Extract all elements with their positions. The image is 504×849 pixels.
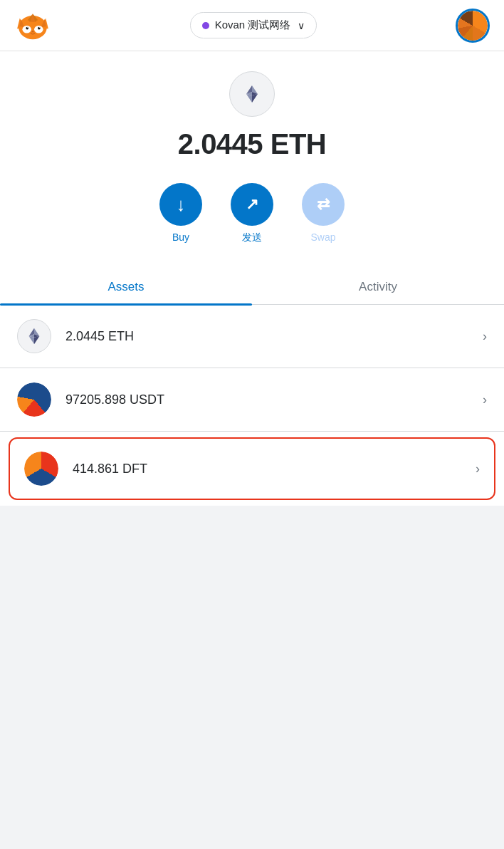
account-avatar[interactable]	[456, 9, 490, 43]
buy-button-circle[interactable]: ↓	[159, 183, 202, 226]
avatar-colorful	[458, 11, 488, 41]
eth-asset-name: 2.0445 ETH	[65, 329, 483, 344]
dft-chevron-icon: ›	[476, 462, 480, 476]
asset-row-dft[interactable]: 414.861 DFT ›	[9, 437, 495, 500]
svg-marker-21	[252, 94, 258, 103]
main-content: 2.0445 ETH ↓ Buy ↗ 发送 ⇄ Swap Assets Acti…	[0, 51, 504, 506]
eth-small-diamond	[25, 327, 43, 345]
eth-token-icon	[229, 71, 275, 117]
dft-color-icon	[24, 452, 58, 486]
eth-asset-icon	[17, 319, 51, 353]
svg-point-10	[38, 26, 41, 29]
svg-marker-22	[246, 94, 252, 103]
tab-activity[interactable]: Activity	[252, 270, 504, 304]
chevron-down-icon: ∨	[298, 20, 305, 31]
swap-icon: ⇄	[317, 195, 330, 214]
tab-assets[interactable]: Assets	[0, 270, 252, 304]
send-action[interactable]: ↗ 发送	[231, 183, 273, 244]
buy-action[interactable]: ↓ Buy	[159, 183, 202, 243]
wallet-balance: 2.0445 ETH	[178, 128, 326, 160]
svg-marker-27	[34, 336, 39, 344]
usdt-asset-name: 97205.898 USDT	[65, 392, 483, 407]
dft-asset-name: 414.861 DFT	[73, 462, 476, 476]
svg-point-12	[39, 27, 40, 28]
tabs-row: Assets Activity	[0, 270, 504, 305]
swap-button-circle[interactable]: ⇄	[302, 183, 345, 226]
svg-marker-28	[29, 336, 34, 344]
app-header: Kovan 测试网络 ∨	[0, 0, 504, 51]
swap-label: Swap	[310, 231, 335, 243]
usdt-asset-icon	[17, 382, 51, 417]
asset-row-eth[interactable]: 2.0445 ETH ›	[0, 305, 504, 368]
svg-point-11	[27, 27, 28, 28]
buy-label: Buy	[172, 231, 189, 243]
send-label: 发送	[242, 231, 262, 244]
network-name-label: Kovan 测试网络	[215, 19, 291, 32]
network-status-dot	[202, 22, 209, 29]
swap-action[interactable]: ⇄ Swap	[302, 183, 345, 243]
usdt-color-icon	[17, 382, 51, 417]
assets-list: 2.0445 ETH › 97205.898 USDT › 414.861 DF…	[0, 305, 504, 506]
svg-point-9	[26, 26, 28, 29]
network-selector[interactable]: Kovan 测试网络 ∨	[190, 12, 317, 38]
eth-chevron-icon: ›	[483, 329, 487, 344]
eth-diamond-icon	[242, 84, 262, 104]
usdt-chevron-icon: ›	[483, 392, 487, 407]
dft-asset-icon	[24, 452, 58, 486]
actions-row: ↓ Buy ↗ 发送 ⇄ Swap	[159, 183, 345, 244]
send-button-circle[interactable]: ↗	[231, 183, 273, 226]
buy-icon: ↓	[177, 195, 186, 214]
metamask-logo	[14, 7, 51, 44]
asset-row-usdt[interactable]: 97205.898 USDT ›	[0, 368, 504, 432]
send-icon: ↗	[246, 195, 258, 214]
